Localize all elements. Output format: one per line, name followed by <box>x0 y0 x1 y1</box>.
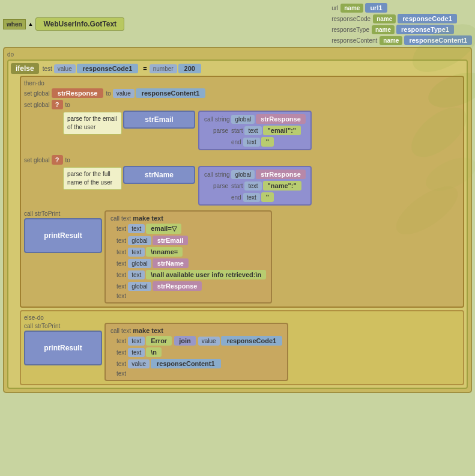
else-n-row: text text \n <box>116 347 282 357</box>
text-label-mt: text <box>121 215 131 222</box>
mt-row-7: text <box>116 293 266 299</box>
parse-call-header: call string global strResponse <box>204 114 306 124</box>
tooltip-email: parse for the email of the user <box>63 112 122 135</box>
nall-block: \nall available user info retrieved:\n <box>146 270 266 279</box>
text-label-2: text <box>116 237 126 244</box>
parse-email-call-block: call string global strResponse parse sta… <box>198 111 312 150</box>
make-text-title-2: make text <box>133 327 163 334</box>
param-rcon-label: responseContent <box>331 37 377 44</box>
strResponse-global-2: strResponse <box>256 169 306 179</box>
strToPrint-label-2: strToPrint <box>35 323 60 329</box>
strResponse-global-1: strResponse <box>256 114 306 124</box>
print-area-else: call strToPrint printResult call text ma… <box>24 323 460 381</box>
make-text-block-1: call text make text text text email=▽ te… <box>104 210 272 304</box>
set-global-email-header: set global ? to <box>24 100 72 109</box>
comma-text-block-2: " <box>261 192 274 202</box>
param-rt-value: responseType1 <box>396 25 454 34</box>
comma-text-block-1: " <box>261 137 274 147</box>
param-responseType: responseType name responseType1 <box>331 25 472 34</box>
responseCode1-value-block: responseCode1 <box>77 64 139 73</box>
call-label-6: call <box>110 328 120 334</box>
set-global-label-1: set global <box>24 90 50 97</box>
call-label-3: call <box>24 210 33 217</box>
text-label-1: text <box>116 225 126 232</box>
end-label-2: end <box>231 194 241 201</box>
text-label-e3: text <box>116 361 126 367</box>
print-left-col: call strToPrint printResult <box>24 210 102 253</box>
else-make-text-header: call text make text <box>110 327 282 334</box>
then-do-label: then-do <box>24 80 44 87</box>
param-url: url name url1 <box>331 3 472 13</box>
parse-label-2: parse <box>204 183 228 189</box>
else-empty-row: text <box>116 370 282 377</box>
responseContent1-error-block: responseContent1 <box>151 359 221 368</box>
to-label-3: to <box>65 157 70 163</box>
when-header: when ▲ WebUserInfo.GotText url name url1… <box>3 3 472 45</box>
string-label-1: string <box>215 116 229 123</box>
mt-row-2: text global strEmail <box>116 236 266 245</box>
else-do-label: else-do <box>24 314 44 321</box>
mt-row-3: text text \nname= <box>116 247 266 257</box>
end-label-1: end <box>231 139 241 145</box>
value-wrapper-e2: value <box>128 359 150 368</box>
global-label-2: global <box>231 170 255 179</box>
value-wrapper-e: value <box>198 337 220 346</box>
strEmail-global-block: strEmail <box>153 236 188 245</box>
text-wrapper-6: text <box>128 248 145 257</box>
when-label: when <box>3 19 26 29</box>
ifelse-header-row: ifelse test value responseCode1 = number… <box>11 63 464 74</box>
equals-sign: = <box>143 65 147 72</box>
param-rt-name: name <box>372 25 395 34</box>
strToPrint-label-1: strToPrint <box>35 210 60 217</box>
responseContent1-value-block: responseContent1 <box>136 88 206 98</box>
text-wrapper-4: text <box>243 193 260 202</box>
text-label-4: text <box>116 260 126 267</box>
printResult-label-2: printResult <box>44 344 82 352</box>
text-label-mt2: text <box>121 328 131 334</box>
global-wrapper-3: global <box>128 259 151 268</box>
parse-email-parse-row: parse start text "email":" <box>204 126 306 135</box>
text-label-e1: text <box>116 338 126 344</box>
print-area-then: call strToPrint printResult call <box>24 210 460 304</box>
text-wrapper-1: text <box>244 126 261 135</box>
printResult-block-1: printResult <box>24 218 102 253</box>
param-rt-label: responseType <box>331 26 369 33</box>
tooltip-name: parse for the full name of the user <box>63 167 122 190</box>
parse-name-call-header: call string global strResponse <box>204 169 306 179</box>
call-label-1: call <box>204 116 213 123</box>
set-global-name-area: set global ? to parse for the full name … <box>24 155 460 206</box>
then-do-block: then-do set global strResponse to value … <box>20 76 464 308</box>
strName-label: strName <box>132 171 187 179</box>
parse-name-call-block: call string global strResponse parse sta… <box>198 166 312 206</box>
else-error-row: text text Error join value responseCode1 <box>116 336 282 346</box>
name-text-block: "name":" <box>263 181 301 191</box>
else-rcon-row: text value responseContent1 <box>116 359 282 368</box>
text-wrapper-7: text <box>128 270 145 279</box>
to-label-1: to <box>106 90 110 97</box>
text-label-e4: text <box>116 370 126 377</box>
strName-global-block: strName <box>153 258 189 268</box>
email-var-block: email=▽ <box>146 224 181 234</box>
parse-name-parse-row: parse start text "name":" <box>204 181 306 191</box>
value-wrapper: value <box>54 64 76 73</box>
number-200-block: 200 <box>178 64 201 73</box>
text-wrapper-e1: text <box>128 337 145 346</box>
param-responseContent: responseContent name responseContent1 <box>331 35 472 45</box>
block-name: WebUserInfo.GotText <box>35 17 124 31</box>
error-text-block: Error <box>146 336 172 346</box>
text-label-7: text <box>116 293 126 299</box>
print-call-row: call strToPrint <box>24 210 102 217</box>
make-text-block-2: call text make text text text Error join… <box>104 323 288 381</box>
call-label-2: call <box>204 171 213 178</box>
call-label-4: call <box>110 215 120 222</box>
n-text-block: \n <box>146 347 162 357</box>
else-do-block: else-do call strToPrint printResult <box>20 310 464 385</box>
param-url-name: name <box>340 4 363 13</box>
question-mark-2: ? <box>52 155 63 165</box>
text-label-e2: text <box>116 349 126 356</box>
strEmail-label: strEmail <box>132 115 187 124</box>
strResponse-name-block: strResponse <box>52 88 104 98</box>
do-label-row: do <box>7 51 468 58</box>
tooltip-email-text: parse for the email of the user <box>67 115 117 130</box>
mt-row-4: text global strName <box>116 258 266 268</box>
